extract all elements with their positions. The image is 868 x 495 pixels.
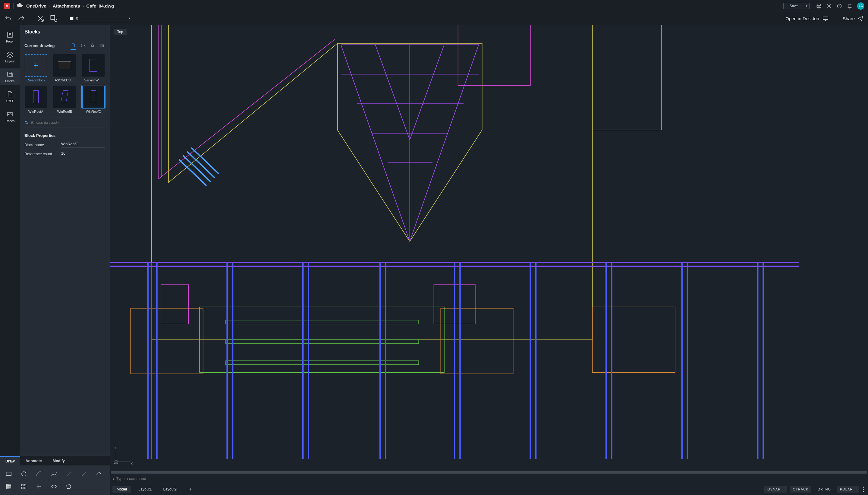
left-rail: Prop. Layers Blocks XREF Traces — [0, 25, 20, 456]
snap-polar[interactable]: POLAR^ — [837, 486, 859, 493]
rail-item-xref[interactable]: XREF — [0, 88, 20, 105]
block-tile[interactable]: WinRoofB — [52, 86, 78, 113]
svg-rect-29 — [131, 308, 203, 374]
app-logo[interactable]: A — [4, 3, 10, 9]
tool-arc[interactable] — [34, 470, 44, 478]
svg-rect-6 — [51, 15, 55, 19]
svg-point-22 — [39, 486, 39, 487]
print-icon[interactable] — [816, 3, 821, 9]
redo-icon[interactable] — [17, 15, 25, 22]
tab-drawing-icon[interactable] — [71, 41, 76, 50]
panel-subtitle: Current drawing — [24, 44, 55, 48]
tool-array[interactable] — [19, 482, 29, 491]
svg-rect-26 — [226, 340, 419, 344]
tool-rectangle[interactable] — [4, 470, 14, 478]
send-icon — [857, 15, 864, 22]
svg-rect-1 — [817, 5, 821, 7]
layer-name: 0 — [76, 16, 78, 20]
sheet-tab-layout1[interactable]: Layout1 — [134, 486, 156, 493]
svg-rect-27 — [226, 361, 419, 365]
svg-point-23 — [51, 485, 56, 488]
block-tile[interactable]: A$C3d3c3f… — [52, 54, 78, 82]
svg-rect-21 — [24, 487, 26, 489]
svg-rect-20 — [22, 487, 23, 489]
tool-tab-annotate[interactable]: Annotate — [20, 456, 47, 465]
tool-tabs: Draw Annotate Modify — [0, 456, 110, 465]
avatar[interactable]: LC — [857, 2, 864, 10]
gear-icon[interactable] — [827, 3, 832, 9]
blocks-grid: + Create block A$C3d3c3f… ServingWi… Win… — [20, 50, 110, 115]
command-input[interactable] — [116, 476, 865, 481]
sheet-tab-layout2[interactable]: Layout2 — [159, 486, 181, 493]
traces-icon — [6, 110, 14, 118]
tool-hatch[interactable] — [4, 482, 14, 491]
snap-ortho[interactable]: ORTHO — [814, 486, 834, 493]
svg-rect-15 — [6, 472, 12, 476]
tool-point[interactable] — [34, 482, 44, 491]
blocks-panel: Blocks Current drawing + Create block — [20, 25, 110, 456]
rail-item-blocks[interactable]: Blocks — [0, 68, 20, 85]
horizontal-scrollbar[interactable] — [110, 471, 868, 474]
help-icon[interactable] — [837, 3, 842, 9]
rail-item-traces[interactable]: Traces — [0, 108, 20, 125]
status-bar: Model Layout1 Layout2 + OSNAP^ OTRACK OR… — [110, 483, 868, 495]
tool-dimension[interactable] — [64, 470, 74, 478]
snap-otrack[interactable]: OTRACK — [790, 486, 812, 493]
tool-revcloud[interactable] — [94, 470, 104, 478]
rail-item-properties[interactable]: Prop. — [0, 29, 20, 46]
tab-recent-icon[interactable] — [80, 41, 86, 50]
plus-icon: + — [33, 61, 38, 70]
breadcrumb-root[interactable]: OneDrive — [26, 3, 47, 8]
svg-rect-31 — [592, 307, 675, 373]
snap-osnap[interactable]: OSNAP^ — [764, 486, 787, 493]
block-tile[interactable]: WinRoofA — [23, 86, 49, 113]
tool-tab-draw[interactable]: Draw — [0, 456, 20, 465]
svg-rect-0 — [817, 4, 821, 5]
svg-point-3 — [829, 5, 830, 7]
svg-rect-19 — [24, 484, 26, 486]
breadcrumb-file[interactable]: Cafe_04.dwg — [87, 3, 114, 8]
ucs-icon[interactable]: Y X — [113, 444, 134, 465]
layer-color-swatch — [70, 17, 73, 20]
svg-point-14 — [25, 121, 27, 123]
block-tile[interactable]: ServingWi… — [80, 54, 107, 82]
search-icon — [24, 121, 29, 125]
share-button[interactable]: Share — [843, 15, 864, 22]
add-layout-button[interactable]: + — [187, 487, 193, 492]
tool-polygon[interactable] — [64, 482, 74, 491]
tab-library-icon[interactable] — [100, 41, 105, 50]
sheet-tab-model[interactable]: Model — [112, 486, 131, 493]
tool-line[interactable] — [79, 470, 89, 478]
topbar: A OneDrive › Attachments › Cafe_04.dwg S… — [0, 0, 868, 12]
panel-title: Blocks — [20, 25, 110, 38]
prop-block-name-value[interactable]: WinRoofC — [61, 142, 105, 148]
browse-blocks-row[interactable] — [24, 118, 105, 128]
tool-tab-modify[interactable]: Modify — [47, 456, 70, 465]
chevron-down-icon: ▼ — [128, 17, 131, 20]
rail-item-layers[interactable]: Layers — [0, 49, 20, 65]
browse-blocks-input[interactable] — [31, 121, 105, 125]
svg-rect-25 — [226, 320, 419, 324]
drawing-canvas[interactable]: Top — [110, 25, 868, 471]
save-dropdown-icon[interactable]: ▼ — [804, 4, 809, 7]
open-in-desktop-button[interactable]: Open in Desktop — [785, 15, 829, 22]
block-tile-selected[interactable]: WinRoofC — [80, 86, 107, 113]
layers-icon — [6, 51, 14, 58]
create-block-tile[interactable]: + Create block — [23, 54, 49, 82]
tool-spline[interactable] — [49, 470, 59, 478]
save-button[interactable]: Save ▼ — [783, 3, 810, 9]
tool-ellipse[interactable] — [49, 482, 59, 491]
tool-circle[interactable] — [19, 470, 29, 478]
svg-rect-10 — [7, 72, 12, 76]
tab-favorite-icon[interactable] — [90, 41, 95, 50]
command-line[interactable]: › — [110, 474, 868, 483]
bell-icon[interactable] — [847, 3, 852, 9]
prop-reference-count: Reference count 16 — [20, 150, 110, 158]
status-more-icon[interactable] — [862, 487, 866, 492]
breadcrumb-folder[interactable]: Attachments — [53, 3, 80, 8]
svg-rect-18 — [22, 484, 23, 486]
layer-select[interactable]: 0 ▼ — [69, 15, 132, 22]
zoom-extents-icon[interactable] — [36, 15, 44, 22]
zoom-window-icon[interactable] — [50, 15, 57, 22]
undo-icon[interactable] — [4, 15, 12, 22]
